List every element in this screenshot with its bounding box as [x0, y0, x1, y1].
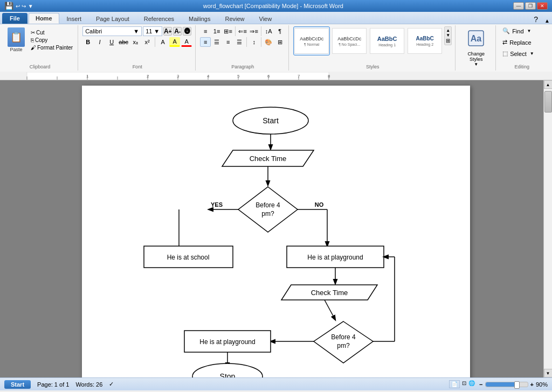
zoom-level: 90% [536, 381, 548, 388]
ribbon: 📋 Paste ✂ Cut ⎘ Copy 🖌 Format Painter Cl… [0, 24, 552, 72]
style-heading1[interactable]: AaBbC Heading 1 [369, 26, 405, 55]
svg-text:pm?: pm? [261, 210, 274, 218]
svg-text:4: 4 [207, 74, 210, 79]
ribbon-help-icon[interactable]: ? [529, 15, 542, 24]
borders-button[interactable]: ⊞ [274, 37, 285, 47]
font-color-button[interactable]: A [181, 37, 192, 47]
clipboard-group: 📋 Paste ✂ Cut ⎘ Copy 🖌 Format Painter Cl… [2, 25, 78, 71]
style-no-spacing[interactable]: AaBbCcDc ¶ No Spaci... [331, 26, 368, 55]
scroll-down-button[interactable]: ▼ [544, 369, 553, 377]
tab-home[interactable]: Home [29, 13, 59, 24]
select-dropdown-icon: ▼ [530, 51, 534, 56]
align-right-button[interactable]: ≡ [223, 37, 233, 47]
increase-indent-button[interactable]: ⇒≡ [249, 26, 259, 36]
page-info: Page: 1 of 1 [37, 381, 69, 388]
font-shrink-button[interactable]: A- [173, 27, 182, 36]
highlight-button[interactable]: A [169, 37, 180, 47]
cut-button[interactable]: ✂ Cut [29, 29, 74, 36]
web-layout-icon[interactable]: 🌐 [468, 380, 475, 388]
style-heading2-preview: AaBbC Heading 2 [408, 28, 442, 54]
document-page[interactable]: Start Check Time Before 4 pm? YES N [82, 86, 470, 377]
align-center-button[interactable]: ☰ [211, 37, 222, 47]
zoom-slider[interactable] [485, 382, 528, 387]
zoom-in-button[interactable]: + [530, 381, 534, 388]
scroll-up-button[interactable]: ▲ [544, 80, 553, 89]
paste-button[interactable]: 📋 Paste [5, 26, 27, 53]
scroll-track[interactable] [544, 89, 553, 369]
editing-group-label: Editing [497, 64, 547, 69]
style-heading2[interactable]: AaBbC Heading 2 [406, 26, 443, 55]
svg-text:8: 8 [328, 74, 330, 79]
strikethrough-button[interactable]: abc [118, 37, 129, 47]
line-spacing-button[interactable]: ↕ [249, 37, 259, 47]
start-button[interactable]: Start [4, 380, 31, 389]
tab-references[interactable]: References [137, 13, 181, 24]
tab-page-layout[interactable]: Page Layout [89, 13, 136, 24]
full-screen-icon[interactable]: ⊡ [462, 380, 466, 388]
vertical-scrollbar[interactable]: ▲ ▼ [543, 80, 552, 377]
show-hide-button[interactable]: ¶ [274, 26, 285, 36]
shading-button[interactable]: 🎨 [263, 37, 274, 47]
change-styles-button[interactable]: Aa ChangeStyles ▼ [460, 26, 492, 69]
find-dropdown-icon: ▼ [527, 29, 532, 33]
svg-text:5: 5 [237, 74, 240, 79]
svg-text:He is at playground: He is at playground [199, 338, 255, 346]
svg-text:3: 3 [177, 74, 180, 79]
tab-mailings[interactable]: Mailings [182, 13, 217, 24]
font-size-selector[interactable]: 11 ▼ [143, 26, 162, 36]
font-name-selector[interactable]: Calibri ▼ [82, 26, 142, 36]
paste-label: Paste [10, 47, 22, 52]
window-title: word_flowchart [Compatibility Mode] - Mi… [33, 3, 513, 9]
subscript-button[interactable]: x₂ [130, 37, 141, 47]
copy-button[interactable]: ⎘ Copy [29, 37, 74, 44]
italic-button[interactable]: I [94, 37, 105, 47]
svg-text:YES: YES [211, 201, 223, 208]
text-effects-button[interactable]: A [157, 37, 168, 47]
tab-insert[interactable]: Insert [60, 13, 89, 24]
minimize-button[interactable]: — [513, 2, 524, 10]
superscript-button[interactable]: x² [142, 37, 153, 47]
tab-file[interactable]: File [2, 13, 27, 24]
svg-text:Check Time: Check Time [311, 289, 348, 297]
format-painter-button[interactable]: 🖌 Format Painter [29, 44, 74, 51]
close-button[interactable]: ✕ [537, 2, 548, 10]
svg-text:Before 4: Before 4 [331, 333, 356, 341]
font-grow-button[interactable]: A+ [163, 27, 172, 36]
select-button[interactable]: ⬚ Select ▼ [500, 49, 543, 58]
style-normal[interactable]: AaBbCcDc ¶ Normal [293, 26, 330, 55]
svg-text:Stop: Stop [220, 372, 236, 377]
document-area: Start Check Time Before 4 pm? YES N [0, 80, 552, 377]
print-layout-icon[interactable]: 📄 [449, 380, 460, 388]
styles-group-label: Styles [290, 64, 455, 69]
svg-text:NO: NO [315, 201, 324, 208]
zoom-out-button[interactable]: − [479, 381, 482, 388]
clear-formatting-button[interactable]: 🅐 [183, 27, 191, 36]
word-count: Words: 26 [75, 381, 102, 388]
find-button[interactable]: 🔍 Find ▼ [500, 26, 543, 36]
svg-text:1: 1 [86, 74, 89, 79]
svg-text:Aa: Aa [471, 34, 482, 43]
decrease-indent-button[interactable]: ⇐≡ [237, 26, 248, 36]
zoom-controls: − + 90% [479, 381, 548, 388]
scroll-thumb[interactable] [544, 91, 552, 113]
svg-text:Check Time: Check Time [250, 155, 287, 163]
clipboard-small-buttons: ✂ Cut ⎘ Copy 🖌 Format Painter [29, 29, 74, 51]
justify-button[interactable]: ☰ [234, 37, 245, 47]
spell-check-icon: ✓ [109, 381, 114, 388]
sort-button[interactable]: ↕A [263, 26, 274, 36]
styles-scroll-button[interactable]: ▲ ▼ ⊞ [444, 26, 452, 45]
numbering-button[interactable]: 1≡ [211, 26, 222, 36]
svg-marker-29 [238, 187, 298, 232]
maximize-button[interactable]: ❐ [525, 2, 536, 10]
underline-button[interactable]: U [106, 37, 117, 47]
ribbon-collapse-icon[interactable]: ▲ [542, 18, 552, 24]
paragraph-group: ≡ 1≡ ⊞≡ ⇐≡ ⇒≡ ↕A ¶ ≡ ☰ ≡ ☰ ↕ 🎨 ⊞ [197, 25, 289, 71]
replace-button[interactable]: ⇄ Replace [500, 38, 543, 47]
font-name-dropdown-icon: ▼ [133, 28, 139, 34]
bullets-button[interactable]: ≡ [200, 26, 211, 36]
bold-button[interactable]: B [82, 37, 93, 47]
tab-review[interactable]: Review [218, 13, 251, 24]
multilevel-button[interactable]: ⊞≡ [223, 26, 233, 36]
align-left-button[interactable]: ≡ [200, 37, 211, 47]
tab-view[interactable]: View [252, 13, 279, 24]
